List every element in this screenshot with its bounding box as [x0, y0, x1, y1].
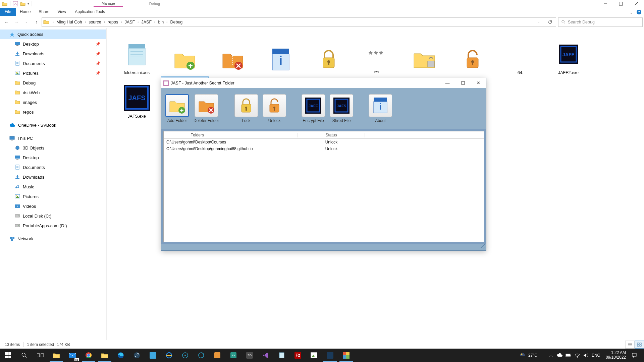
ribbon-collapse-icon[interactable]: ⌄ [627, 10, 635, 16]
up-button[interactable]: ↑ [32, 17, 42, 27]
breadcrumb-item[interactable]: source [87, 20, 103, 24]
show-desktop-button[interactable] [640, 349, 642, 362]
nav-thispc-item[interactable]: Desktop [0, 153, 106, 163]
view-icons-button[interactable] [635, 341, 644, 349]
file-item[interactable]: 64. [496, 33, 544, 76]
file-item[interactable] [400, 33, 448, 76]
taskbar-notepad[interactable] [274, 349, 290, 362]
jasf-button-unlock[interactable]: Unlock [262, 93, 287, 124]
tray-weather[interactable]: 27°C [520, 352, 537, 358]
taskbar-visual-studio[interactable] [258, 349, 274, 362]
file-item[interactable]: ****** [353, 33, 400, 76]
view-details-button[interactable] [625, 341, 635, 349]
chevron-right-icon[interactable]: › [165, 20, 169, 24]
jasf-button-about[interactable]: iAbout [368, 93, 393, 124]
nav-thispc-item[interactable]: Videos [0, 201, 106, 211]
taskbar-app-blue[interactable] [145, 349, 161, 362]
recent-locations-button[interactable]: ⌄ [21, 17, 32, 27]
taskbar-app-dark[interactable] [322, 349, 338, 362]
file-item[interactable] [305, 33, 353, 76]
breadcrumb-item[interactable]: Debug [169, 20, 184, 24]
chevron-right-icon[interactable]: › [153, 20, 157, 24]
taskbar-app-spiral[interactable] [193, 349, 209, 362]
nav-quick-item[interactable]: Debug [0, 78, 106, 88]
close-button[interactable] [629, 0, 644, 7]
chevron-right-icon[interactable]: › [103, 20, 106, 24]
taskbar-mail[interactable]: 85 [64, 349, 80, 362]
tab-application-tools[interactable]: Application Tools [71, 8, 109, 16]
jasf-close-button[interactable]: ✕ [471, 78, 486, 88]
jasf-maximize-button[interactable] [455, 78, 471, 88]
jasf-button-deleter-folder[interactable]: Deleter Folder [193, 93, 220, 124]
refresh-button[interactable] [544, 17, 556, 27]
jasf-resize-grip[interactable] [161, 244, 486, 250]
tab-share[interactable]: Share [35, 8, 53, 16]
taskbar-app-image[interactable] [306, 349, 322, 362]
qat-dropdown-icon[interactable]: ▾ [28, 2, 29, 5]
tray-onedrive-icon[interactable] [557, 352, 563, 358]
nav-onedrive[interactable]: OneDrive - SVBook [0, 120, 106, 130]
file-item[interactable]: JAFSJAFS.exe [113, 76, 161, 120]
chevron-right-icon[interactable]: › [51, 20, 55, 24]
nav-thispc-item[interactable]: Pictures [0, 192, 106, 201]
address-bar[interactable]: › Ming Hui Goh › source › repos › JASF ›… [42, 17, 544, 27]
breadcrumb-item[interactable]: bin [157, 20, 165, 24]
nav-quick-item[interactable]: Pictures📌 [0, 68, 106, 78]
breadcrumb-item[interactable]: JASF [140, 20, 153, 24]
nav-quick-item[interactable]: Downloads📌 [0, 49, 106, 59]
tab-home[interactable]: Home [16, 8, 35, 16]
jasf-folder-row[interactable]: C:\Users\gohmi\Desktop\CoursesUnlock [164, 139, 484, 145]
taskbar-edge[interactable] [113, 349, 129, 362]
jasf-titlebar[interactable]: JASF - Just Another Secret Folder — ✕ [161, 78, 486, 88]
taskbar-app-orange[interactable] [209, 349, 225, 362]
file-item[interactable] [161, 33, 209, 76]
jasf-button-shred-file[interactable]: JAFSShred File [329, 93, 354, 124]
jasf-button-add-folder[interactable]: Add Folder [165, 93, 190, 124]
jasf-button-encrypt-file[interactable]: JAFEEncrypt File [301, 93, 326, 124]
nav-quick-item[interactable]: Documents📌 [0, 59, 106, 68]
file-item[interactable]: i [257, 33, 305, 76]
chevron-right-icon[interactable]: › [119, 20, 123, 24]
taskbar-steam[interactable] [129, 349, 145, 362]
nav-thispc-item[interactable]: Documents [0, 163, 106, 172]
tray-notifications-icon[interactable] [631, 352, 637, 358]
help-icon[interactable]: ? [637, 10, 641, 14]
taskbar-app-teal[interactable]: SX [225, 349, 241, 362]
taskbar-explorer2[interactable] [97, 349, 113, 362]
taskbar-filezilla[interactable]: Fz [290, 349, 306, 362]
nav-quick-item[interactable]: repos [0, 107, 106, 117]
taskbar-chrome[interactable] [80, 349, 97, 362]
tray-chevron-up-icon[interactable]: ︿ [548, 352, 554, 358]
tray-wifi-icon[interactable] [574, 352, 580, 358]
nav-thispc-item[interactable]: Local Disk (C:) [0, 211, 106, 221]
tray-volume-icon[interactable] [583, 352, 589, 358]
taskbar-app-sd[interactable]: SD [241, 349, 258, 362]
tab-file[interactable]: File [0, 8, 16, 16]
taskbar-ie[interactable] [161, 349, 177, 362]
address-dropdown-icon[interactable]: ⌄ [534, 20, 544, 24]
file-item[interactable]: JAFEJAFE2.exe [544, 33, 592, 76]
nav-this-pc[interactable]: This PC [0, 133, 106, 143]
taskbar-explorer[interactable] [48, 349, 64, 362]
task-view-button[interactable] [32, 349, 48, 362]
jasf-button-lock[interactable]: Lock [234, 93, 259, 124]
nav-thispc-item[interactable]: Downloads [0, 172, 106, 182]
taskbar-app-circle[interactable] [177, 349, 193, 362]
jasf-folder-list[interactable]: Folders Status C:\Users\gohmi\Desktop\Co… [163, 131, 484, 242]
tray-language[interactable]: ENG [592, 353, 600, 358]
nav-network[interactable]: Network [0, 234, 106, 244]
jasf-column-folders[interactable]: Folders [164, 133, 298, 137]
file-item[interactable]: folders.ini.aes [113, 33, 161, 76]
file-item[interactable] [209, 33, 257, 76]
maximize-button[interactable] [613, 0, 629, 7]
nav-quick-item[interactable]: dstkWeb [0, 88, 106, 98]
start-button[interactable] [0, 349, 16, 362]
nav-quick-item[interactable]: Desktop📌 [0, 39, 106, 49]
nav-thispc-item[interactable]: PortableApps.com (D:) [0, 221, 106, 231]
search-button[interactable] [16, 349, 32, 362]
chevron-right-icon[interactable]: › [84, 20, 87, 24]
nav-thispc-item[interactable]: 3D Objects [0, 143, 106, 153]
search-input[interactable]: Search Debug [558, 17, 643, 27]
folder-icon[interactable] [20, 1, 25, 6]
forward-button[interactable]: → [11, 17, 21, 27]
